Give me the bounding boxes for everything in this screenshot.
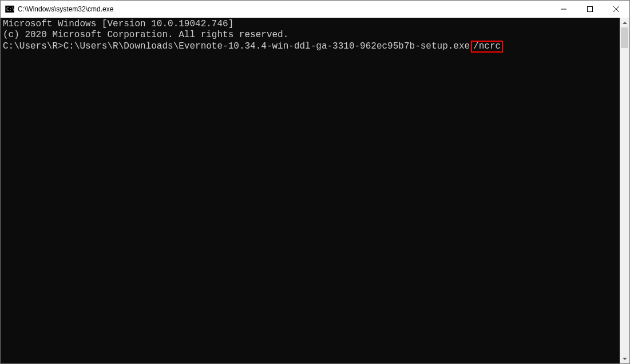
svg-text:C:\: C:\ xyxy=(6,7,14,12)
title-left: C:\ C:\Windows\system32\cmd.exe xyxy=(5,5,113,14)
vertical-scrollbar[interactable] xyxy=(620,18,629,363)
titlebar[interactable]: C:\ C:\Windows\system32\cmd.exe xyxy=(1,1,629,18)
prompt: C:\Users\R> xyxy=(3,41,64,51)
scroll-thumb[interactable] xyxy=(621,27,628,48)
terminal-command-line: C:\Users\R>C:\Users\R\Downloads\Evernote… xyxy=(3,41,620,53)
scroll-track[interactable] xyxy=(620,27,629,354)
terminal[interactable]: Microsoft Windows [Version 10.0.19042.74… xyxy=(1,18,620,363)
maximize-button[interactable] xyxy=(577,1,603,18)
window-controls xyxy=(550,1,629,18)
cmd-icon: C:\ xyxy=(5,5,14,14)
window-title: C:\Windows\system32\cmd.exe xyxy=(18,5,113,13)
close-button[interactable] xyxy=(603,1,629,18)
svg-marker-7 xyxy=(623,358,627,360)
scroll-up-arrow[interactable] xyxy=(620,18,629,27)
command-text: C:\Users\R\Downloads\Evernote-10.34.4-wi… xyxy=(64,41,470,51)
content-area: Microsoft Windows [Version 10.0.19042.74… xyxy=(1,18,629,363)
terminal-line: (c) 2020 Microsoft Corporation. All righ… xyxy=(3,30,620,41)
svg-marker-6 xyxy=(623,22,627,24)
minimize-button[interactable] xyxy=(550,1,577,18)
scroll-down-arrow[interactable] xyxy=(620,354,629,363)
cmd-window: C:\ C:\Windows\system32\cmd.exe xyxy=(0,0,630,364)
terminal-line: Microsoft Windows [Version 10.0.19042.74… xyxy=(3,19,620,30)
svg-rect-3 xyxy=(588,7,593,12)
highlighted-flag: /ncrc xyxy=(471,41,503,53)
